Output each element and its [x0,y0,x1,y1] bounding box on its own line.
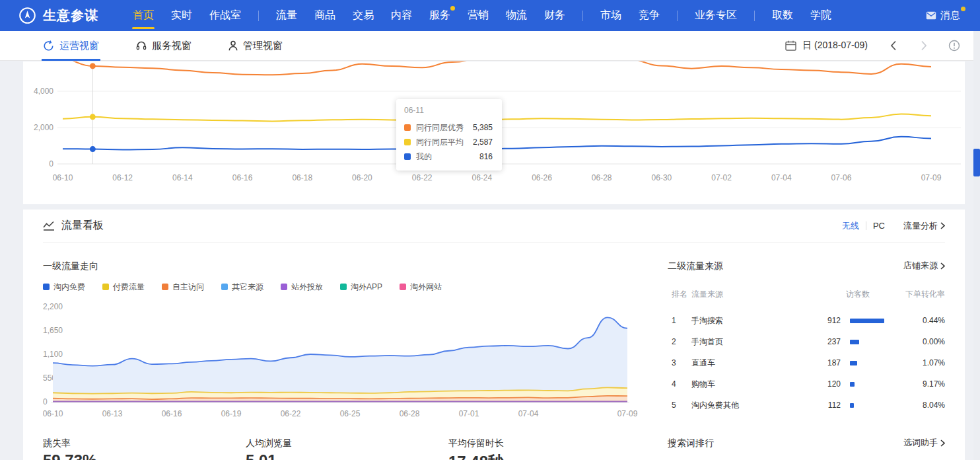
date-label[interactable]: 日 (2018-07-09) [802,40,868,52]
visitors-cell: 112 [804,401,841,410]
tooltip-series-value: 816 [479,152,493,161]
app-logo[interactable]: 生意参谋 [18,7,98,24]
svg-text:06-25: 06-25 [340,409,361,418]
svg-text:06-18: 06-18 [292,173,312,182]
nav-item-服务[interactable]: 服务 [429,0,450,31]
kanban-metrics: 跳失率59.73%人均浏览量5.01平均停留时长17.48秒 搜索词排行 选词助… [43,437,945,460]
legend-label: 付费流量 [113,282,145,293]
column-header: 下单转化率 [892,289,945,300]
info-icon[interactable] [948,40,960,52]
svg-text:06-24: 06-24 [472,173,492,182]
metrics-row: 跳失率59.73%人均浏览量5.01平均停留时长17.48秒 [43,437,651,460]
metric-平均停留时长: 平均停留时长17.48秒 [448,437,651,460]
metric-label: 平均停留时长 [448,437,651,449]
svg-text:06-16: 06-16 [162,409,182,418]
traffic-trend-chart[interactable]: 05501,1001,6502,20006-1006-1306-1606-190… [43,298,650,424]
svg-text:06-16: 06-16 [232,173,253,182]
legend-item-淘外网站[interactable]: 淘外网站 [400,282,442,293]
legend-item-淘内免费[interactable]: 淘内免费 [43,282,85,293]
svg-text:07-01: 07-01 [459,409,479,418]
svg-text:06-30: 06-30 [652,173,672,182]
nav-item-内容[interactable]: 内容 [391,0,412,31]
traffic-analysis-link[interactable]: 流量分析 [903,220,945,232]
visitors-bar-cell [841,340,892,344]
primary-traffic-title: 一级流量走向 [43,260,651,272]
word-helper-label: 选词助手 [903,437,938,449]
scrollbar-track[interactable] [973,31,980,460]
legend-label: 自主访问 [172,282,204,293]
nav-item-学院[interactable]: 学院 [810,0,831,31]
tooltip-swatch [404,124,411,131]
legend-swatch [221,284,228,290]
prev-date-button[interactable] [890,40,897,51]
main-content: 02,0004,00006-1006-1206-1406-1606-1806-2… [0,61,980,460]
visitors-cell: 187 [804,358,841,367]
search-rank-header: 搜索词排行 选词助手 [668,437,945,460]
scrollbar-thumb[interactable] [973,149,980,176]
table-row[interactable]: 4购物车1209.17% [668,373,945,395]
nav-item-首页[interactable]: 首页 [133,0,154,31]
nav-item-竞争[interactable]: 竞争 [639,0,660,31]
nav-item-市场[interactable]: 市场 [600,0,621,31]
tab-服务视窗[interactable]: 服务视窗 [136,31,192,61]
mode-无线[interactable]: 无线 [835,220,866,232]
kanban-title-wrap: 流量看板 [43,219,104,233]
chevron-right-icon [940,262,945,270]
legend-item-其它来源[interactable]: 其它来源 [221,282,263,293]
nav-item-物流[interactable]: 物流 [506,0,527,31]
tab-运营视窗[interactable]: 运营视窗 [43,31,99,61]
secondary-sources-title: 二级流量来源 [668,260,723,272]
metric-label: 跳失率 [43,437,246,449]
person-icon [228,40,238,51]
visitors-bar [850,403,854,408]
nav-item-业务专区[interactable]: 业务专区 [695,0,737,31]
nav-item-实时[interactable]: 实时 [171,0,192,31]
nav-item-商品[interactable]: 商品 [314,0,335,31]
nav-items: 首页实时作战室流量商品交易内容服务营销物流财务市场竞争业务专区取数学院 [133,0,831,31]
legend-item-站外投放[interactable]: 站外投放 [281,282,323,293]
next-date-button[interactable] [921,40,927,51]
svg-text:0: 0 [43,397,48,406]
legend-swatch [281,284,287,290]
table-header: 排名流量来源访客数下单转化率 [668,288,945,301]
svg-text:06-10: 06-10 [53,173,73,182]
legend-item-淘外APP[interactable]: 淘外APP [340,282,382,293]
metric-value: 59.73% [43,451,246,460]
visitors-cell: 912 [804,316,841,325]
calendar-icon[interactable] [785,40,796,51]
chevron-right-icon [940,222,945,229]
table-row[interactable]: 3直通车1871.07% [668,352,945,373]
word-helper-link[interactable]: 选词助手 [903,437,945,449]
nav-item-营销[interactable]: 营销 [468,0,489,31]
legend-item-付费流量[interactable]: 付费流量 [102,282,145,293]
nav-item-财务[interactable]: 财务 [544,0,565,31]
svg-text:06-12: 06-12 [112,173,133,182]
nav-item-作战室[interactable]: 作战室 [209,0,241,31]
view-tabs: 运营视窗服务视窗管理视窗 [43,31,320,61]
section-title: 流量看板 [61,219,104,233]
mode-PC[interactable]: PC [866,221,892,231]
source-name-cell: 手淘首页 [691,336,804,348]
table-row[interactable]: 5淘内免费其他1128.04% [668,395,945,416]
svg-text:1,100: 1,100 [43,350,63,359]
nav-item-流量[interactable]: 流量 [276,0,297,31]
table-row[interactable]: 1手淘搜索9120.44% [668,310,945,331]
tooltip-series-name: 同行同层优秀 [416,122,466,134]
legend-item-自主访问[interactable]: 自主访问 [162,282,204,293]
tab-label: 运营视窗 [59,40,99,52]
tab-管理视窗[interactable]: 管理视窗 [228,31,283,61]
tab-label: 管理视窗 [243,40,283,52]
tooltip-row: 同行同层优秀5,385 [404,120,493,135]
primary-traffic-panel: 一级流量走向 淘内免费付费流量自主访问其它来源站外投放淘外APP淘外网站 055… [43,260,651,424]
nav-item-交易[interactable]: 交易 [353,0,374,31]
tooltip-series-value: 2,587 [473,137,493,147]
nav-item-取数[interactable]: 取数 [772,0,793,31]
nav-item-messages[interactable]: 消息 [926,9,960,22]
column-header: 排名 [668,289,691,300]
table-row[interactable]: 2手淘首页2370.00% [668,331,945,352]
store-source-link[interactable]: 店铺来源 [903,260,945,272]
svg-text:4,000: 4,000 [34,87,53,96]
legend-swatch [400,284,406,290]
tab-label: 服务视窗 [152,40,192,52]
visitors-bar-cell [841,319,892,323]
